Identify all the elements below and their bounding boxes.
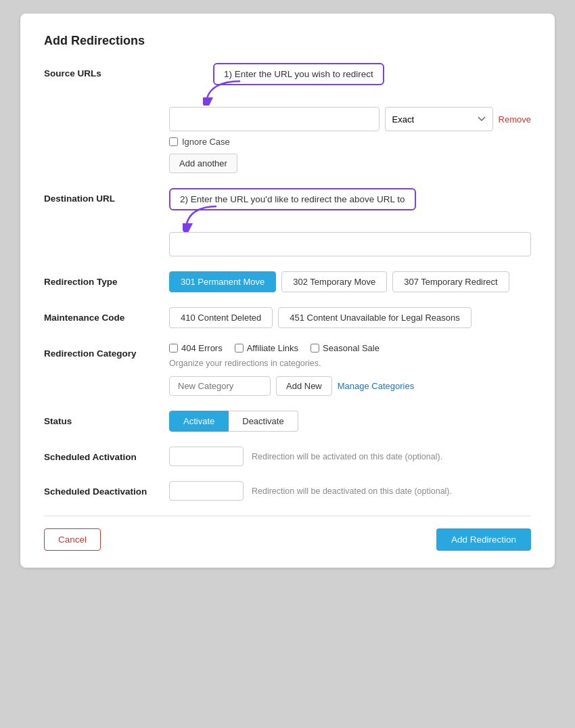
new-category-input[interactable] bbox=[169, 376, 271, 396]
scheduled-deactivation-label: Scheduled Deactivation bbox=[44, 481, 169, 497]
status-label: Status bbox=[44, 411, 169, 426]
category-affiliate-checkbox[interactable] bbox=[235, 344, 244, 352]
source-urls-row: Source URLs 1) Enter the URL you wish to… bbox=[44, 63, 531, 173]
scheduled-deactivation-input[interactable] bbox=[169, 481, 244, 501]
maintenance-code-row: Maintenance Code 410 Content Deleted 451… bbox=[44, 307, 531, 328]
categories-checkboxes: 404 Errors Affiliate Links Seasonal Sale bbox=[169, 343, 531, 353]
ignore-case-row: Ignore Case bbox=[169, 137, 531, 147]
source-urls-label: Source URLs bbox=[44, 63, 169, 78]
add-another-button[interactable]: Add another bbox=[169, 154, 237, 173]
category-affiliate-label: Affiliate Links bbox=[247, 343, 298, 353]
callout1-text: 1) Enter the URL you wish to redirect bbox=[224, 69, 373, 79]
deactivate-button[interactable]: Deactivate bbox=[229, 411, 298, 432]
footer: Cancel Add Redirection bbox=[44, 528, 531, 551]
category-seasonal-checkbox[interactable] bbox=[310, 344, 319, 352]
status-row: Status Activate Deactivate bbox=[44, 411, 531, 432]
category-404-label: 404 Errors bbox=[181, 343, 223, 353]
source-url-match-select[interactable]: Exact Regex Plain bbox=[385, 107, 493, 131]
redirection-category-label: Redirection Category bbox=[44, 343, 169, 359]
status-content: Activate Deactivate bbox=[169, 411, 531, 432]
callout1-container: 1) Enter the URL you wish to redirect bbox=[176, 63, 531, 85]
type-btn-307[interactable]: 307 Temporary Redirect bbox=[392, 271, 509, 292]
source-url-input-row: Exact Regex Plain Remove bbox=[169, 107, 531, 131]
manage-categories-link[interactable]: Manage Categories bbox=[338, 381, 414, 391]
scheduled-activation-label: Scheduled Activation bbox=[44, 447, 169, 462]
activate-button[interactable]: Activate bbox=[169, 411, 229, 432]
type-btn-301[interactable]: 301 Permanent Move bbox=[169, 271, 276, 292]
callout2-arrow bbox=[183, 205, 220, 232]
source-urls-content: 1) Enter the URL you wish to redirect Ex… bbox=[169, 63, 531, 173]
new-category-row: Add New Manage Categories bbox=[169, 376, 531, 396]
maintenance-code-label: Maintenance Code bbox=[44, 307, 169, 323]
code-btn-451[interactable]: 451 Content Unavailable for Legal Reason… bbox=[278, 307, 472, 328]
scheduled-activation-content: Redirection will be activated on this da… bbox=[169, 447, 531, 466]
maintenance-code-btn-group: 410 Content Deleted 451 Content Unavaila… bbox=[169, 307, 531, 328]
scheduled-activation-input[interactable] bbox=[169, 447, 244, 466]
scheduled-activation-row: Scheduled Activation Redirection will be… bbox=[44, 447, 531, 466]
scheduled-deactivation-content: Redirection will be deactivated on this … bbox=[169, 481, 531, 501]
scheduled-deactivation-row: Scheduled Deactivation Redirection will … bbox=[44, 481, 531, 501]
footer-divider bbox=[44, 516, 531, 516]
add-redirections-card: Add Redirections Source URLs 1) Enter th… bbox=[20, 14, 555, 568]
code-btn-410[interactable]: 410 Content Deleted bbox=[169, 307, 273, 328]
organize-hint: Organize your redirections in categories… bbox=[169, 359, 531, 368]
callout2-container: 2) Enter the URL you'd like to redirect … bbox=[169, 188, 531, 210]
destination-url-row: Destination URL 2) Enter the URL you'd l… bbox=[44, 188, 531, 256]
destination-url-input[interactable] bbox=[169, 232, 531, 256]
ignore-case-label: Ignore Case bbox=[182, 137, 230, 147]
redirection-type-content: 301 Permanent Move 302 Temporary Move 30… bbox=[169, 271, 531, 292]
destination-url-content: 2) Enter the URL you'd like to redirect … bbox=[169, 188, 531, 256]
redirection-type-btn-group: 301 Permanent Move 302 Temporary Move 30… bbox=[169, 271, 531, 292]
category-seasonal-label: Seasonal Sale bbox=[323, 343, 380, 353]
cancel-button[interactable]: Cancel bbox=[44, 528, 101, 551]
ignore-case-checkbox[interactable] bbox=[169, 137, 178, 146]
add-new-category-button[interactable]: Add New bbox=[276, 376, 332, 396]
redirection-type-label: Redirection Type bbox=[44, 271, 169, 287]
redirection-category-content: 404 Errors Affiliate Links Seasonal Sale… bbox=[169, 343, 531, 396]
category-404-errors-checkbox[interactable] bbox=[169, 344, 178, 352]
category-404-errors[interactable]: 404 Errors bbox=[169, 343, 223, 353]
page-title: Add Redirections bbox=[44, 34, 531, 48]
maintenance-code-content: 410 Content Deleted 451 Content Unavaila… bbox=[169, 307, 531, 328]
scheduled-deactivation-hint: Redirection will be deactivated on this … bbox=[252, 486, 452, 496]
dest-input-wrapper bbox=[169, 232, 531, 256]
category-seasonal-sale[interactable]: Seasonal Sale bbox=[310, 343, 380, 353]
callout1-arrow bbox=[203, 80, 244, 106]
callout2-text: 2) Enter the URL you'd like to redirect … bbox=[180, 194, 405, 204]
category-affiliate-links[interactable]: Affiliate Links bbox=[235, 343, 298, 353]
source-url-input[interactable] bbox=[169, 107, 380, 131]
destination-url-label: Destination URL bbox=[44, 188, 169, 204]
status-btn-group: Activate Deactivate bbox=[169, 411, 531, 432]
type-btn-302[interactable]: 302 Temporary Move bbox=[281, 271, 387, 292]
scheduled-activation-hint: Redirection will be activated on this da… bbox=[252, 452, 442, 461]
add-redirection-button[interactable]: Add Redirection bbox=[436, 528, 531, 551]
redirection-category-row: Redirection Category 404 Errors Affiliat… bbox=[44, 343, 531, 396]
remove-link[interactable]: Remove bbox=[499, 114, 531, 124]
redirection-type-row: Redirection Type 301 Permanent Move 302 … bbox=[44, 271, 531, 292]
